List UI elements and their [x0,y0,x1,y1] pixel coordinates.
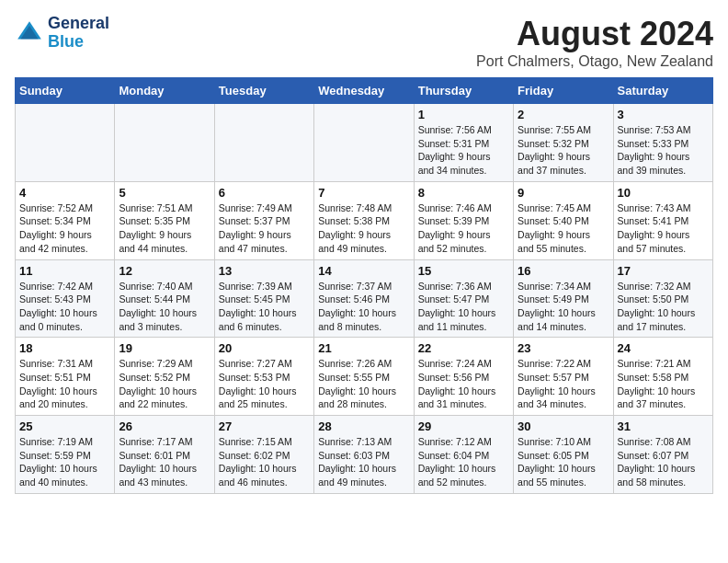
day-info: Sunrise: 7:21 AM Sunset: 5:58 PM Dayligh… [618,357,709,411]
day-number: 4 [19,186,110,200]
calendar-day-21: 21Sunrise: 7:26 AM Sunset: 5:55 PM Dayli… [314,338,414,416]
calendar-week-row: 18Sunrise: 7:31 AM Sunset: 5:51 PM Dayli… [16,338,713,416]
day-info: Sunrise: 7:51 AM Sunset: 5:35 PM Dayligh… [119,201,210,256]
logo-text: General Blue [48,15,109,52]
day-number: 10 [618,186,709,200]
day-info: Sunrise: 7:31 AM Sunset: 5:51 PM Dayligh… [19,357,110,411]
day-info: Sunrise: 7:12 AM Sunset: 6:04 PM Dayligh… [418,435,509,489]
day-number: 20 [219,341,310,355]
day-info: Sunrise: 7:39 AM Sunset: 5:45 PM Dayligh… [219,280,310,334]
day-number: 27 [219,419,310,433]
day-info: Sunrise: 7:17 AM Sunset: 6:01 PM Dayligh… [119,435,210,489]
day-info: Sunrise: 7:52 AM Sunset: 5:34 PM Dayligh… [19,201,110,256]
calendar-day-24: 24Sunrise: 7:21 AM Sunset: 5:58 PM Dayli… [613,338,712,416]
day-number: 31 [618,419,709,433]
day-number: 17 [618,264,709,278]
day-number: 11 [19,264,110,278]
calendar-day-31: 31Sunrise: 7:08 AM Sunset: 6:07 PM Dayli… [613,416,712,494]
calendar-empty-cell [115,104,214,182]
calendar-day-1: 1Sunrise: 7:56 AM Sunset: 5:31 PM Daylig… [414,104,513,182]
weekday-header-saturday: Saturday [613,78,712,104]
calendar-day-25: 25Sunrise: 7:19 AM Sunset: 5:59 PM Dayli… [16,416,115,494]
calendar-day-9: 9Sunrise: 7:45 AM Sunset: 5:40 PM Daylig… [514,181,613,259]
calendar-day-30: 30Sunrise: 7:10 AM Sunset: 6:05 PM Dayli… [514,416,613,494]
day-info: Sunrise: 7:45 AM Sunset: 5:40 PM Dayligh… [518,201,609,256]
day-info: Sunrise: 7:55 AM Sunset: 5:32 PM Dayligh… [518,123,609,178]
day-info: Sunrise: 7:29 AM Sunset: 5:52 PM Dayligh… [119,357,210,411]
calendar-empty-cell [16,104,115,182]
calendar-day-26: 26Sunrise: 7:17 AM Sunset: 6:01 PM Dayli… [115,416,214,494]
day-number: 6 [219,186,310,200]
day-number: 3 [618,108,709,121]
calendar-day-18: 18Sunrise: 7:31 AM Sunset: 5:51 PM Dayli… [16,338,115,416]
calendar-day-10: 10Sunrise: 7:43 AM Sunset: 5:41 PM Dayli… [613,181,712,259]
day-number: 18 [19,341,110,355]
day-number: 9 [518,186,609,200]
day-info: Sunrise: 7:37 AM Sunset: 5:46 PM Dayligh… [318,280,409,334]
weekday-header-monday: Monday [115,78,214,104]
day-info: Sunrise: 7:56 AM Sunset: 5:31 PM Dayligh… [418,123,509,178]
calendar-day-7: 7Sunrise: 7:48 AM Sunset: 5:38 PM Daylig… [314,181,414,259]
day-number: 23 [518,341,609,355]
day-info: Sunrise: 7:19 AM Sunset: 5:59 PM Dayligh… [19,435,110,489]
day-number: 26 [119,419,210,433]
calendar-week-row: 1Sunrise: 7:56 AM Sunset: 5:31 PM Daylig… [16,104,713,182]
day-info: Sunrise: 7:53 AM Sunset: 5:33 PM Dayligh… [618,123,709,178]
day-info: Sunrise: 7:10 AM Sunset: 6:05 PM Dayligh… [518,435,609,489]
weekday-header-friday: Friday [514,78,613,104]
day-number: 24 [618,341,709,355]
day-number: 21 [318,341,409,355]
day-info: Sunrise: 7:42 AM Sunset: 5:43 PM Dayligh… [19,280,110,334]
day-info: Sunrise: 7:13 AM Sunset: 6:03 PM Dayligh… [318,435,409,489]
month-year: August 2024 [476,15,713,53]
calendar-day-15: 15Sunrise: 7:36 AM Sunset: 5:47 PM Dayli… [414,259,513,338]
calendar-day-29: 29Sunrise: 7:12 AM Sunset: 6:04 PM Dayli… [414,416,513,494]
weekday-header-wednesday: Wednesday [314,78,414,104]
weekday-header-thursday: Thursday [414,78,513,104]
day-info: Sunrise: 7:26 AM Sunset: 5:55 PM Dayligh… [318,357,409,411]
day-info: Sunrise: 7:34 AM Sunset: 5:49 PM Dayligh… [518,280,609,334]
calendar-empty-cell [214,104,313,182]
calendar-day-27: 27Sunrise: 7:15 AM Sunset: 6:02 PM Dayli… [214,416,313,494]
calendar-day-13: 13Sunrise: 7:39 AM Sunset: 5:45 PM Dayli… [214,259,313,338]
calendar-day-20: 20Sunrise: 7:27 AM Sunset: 5:53 PM Dayli… [214,338,313,416]
day-info: Sunrise: 7:48 AM Sunset: 5:38 PM Dayligh… [318,201,409,256]
calendar-day-4: 4Sunrise: 7:52 AM Sunset: 5:34 PM Daylig… [16,181,115,259]
day-info: Sunrise: 7:43 AM Sunset: 5:41 PM Dayligh… [618,201,709,256]
calendar-week-row: 25Sunrise: 7:19 AM Sunset: 5:59 PM Dayli… [16,416,713,494]
page-header: General Blue August 2024 Port Chalmers, … [15,15,713,70]
calendar-day-19: 19Sunrise: 7:29 AM Sunset: 5:52 PM Dayli… [115,338,214,416]
calendar-empty-cell [314,104,414,182]
day-info: Sunrise: 7:36 AM Sunset: 5:47 PM Dayligh… [418,280,509,334]
calendar-day-16: 16Sunrise: 7:34 AM Sunset: 5:49 PM Dayli… [514,259,613,338]
calendar-day-12: 12Sunrise: 7:40 AM Sunset: 5:44 PM Dayli… [115,259,214,338]
day-number: 12 [119,264,210,278]
calendar-day-14: 14Sunrise: 7:37 AM Sunset: 5:46 PM Dayli… [314,259,414,338]
day-number: 8 [418,186,509,200]
day-number: 7 [318,186,409,200]
calendar-week-row: 11Sunrise: 7:42 AM Sunset: 5:43 PM Dayli… [16,259,713,338]
calendar-week-row: 4Sunrise: 7:52 AM Sunset: 5:34 PM Daylig… [16,181,713,259]
day-number: 15 [418,264,509,278]
day-info: Sunrise: 7:08 AM Sunset: 6:07 PM Dayligh… [618,435,709,489]
day-info: Sunrise: 7:40 AM Sunset: 5:44 PM Dayligh… [119,280,210,334]
calendar-day-6: 6Sunrise: 7:49 AM Sunset: 5:37 PM Daylig… [214,181,313,259]
day-info: Sunrise: 7:32 AM Sunset: 5:50 PM Dayligh… [618,280,709,334]
day-number: 5 [119,186,210,200]
day-number: 29 [418,419,509,433]
calendar-day-2: 2Sunrise: 7:55 AM Sunset: 5:32 PM Daylig… [514,104,613,182]
calendar-day-3: 3Sunrise: 7:53 AM Sunset: 5:33 PM Daylig… [613,104,712,182]
day-number: 14 [318,264,409,278]
day-number: 30 [518,419,609,433]
day-info: Sunrise: 7:24 AM Sunset: 5:56 PM Dayligh… [418,357,509,411]
day-info: Sunrise: 7:15 AM Sunset: 6:02 PM Dayligh… [219,435,310,489]
day-number: 1 [418,108,509,121]
day-number: 16 [518,264,609,278]
day-number: 19 [119,341,210,355]
location: Port Chalmers, Otago, New Zealand [476,53,713,70]
calendar-day-5: 5Sunrise: 7:51 AM Sunset: 5:35 PM Daylig… [115,181,214,259]
logo: General Blue [15,15,109,52]
day-info: Sunrise: 7:27 AM Sunset: 5:53 PM Dayligh… [219,357,310,411]
day-number: 28 [318,419,409,433]
title-block: August 2024 Port Chalmers, Otago, New Ze… [476,15,713,70]
